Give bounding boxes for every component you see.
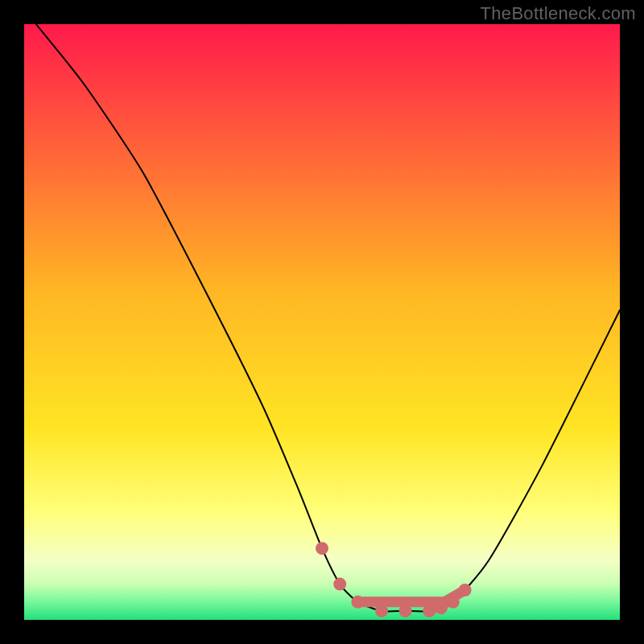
chart-svg (24, 24, 620, 620)
optimal-range-dot (423, 605, 436, 617)
optimal-range-dot (435, 601, 448, 614)
optimal-range-dot (459, 584, 472, 597)
optimal-range-dot (333, 578, 346, 591)
plot-area (24, 24, 620, 620)
optimal-range-dot (316, 542, 328, 555)
optimal-range-dot (399, 605, 412, 617)
optimal-range-dot (447, 596, 460, 609)
optimal-range-dot (375, 605, 388, 617)
gradient-background (24, 24, 620, 620)
chart-frame: TheBottleneck.com (0, 0, 644, 644)
watermark-text: TheBottleneck.com (481, 3, 636, 24)
optimal-range-dot (351, 596, 364, 609)
